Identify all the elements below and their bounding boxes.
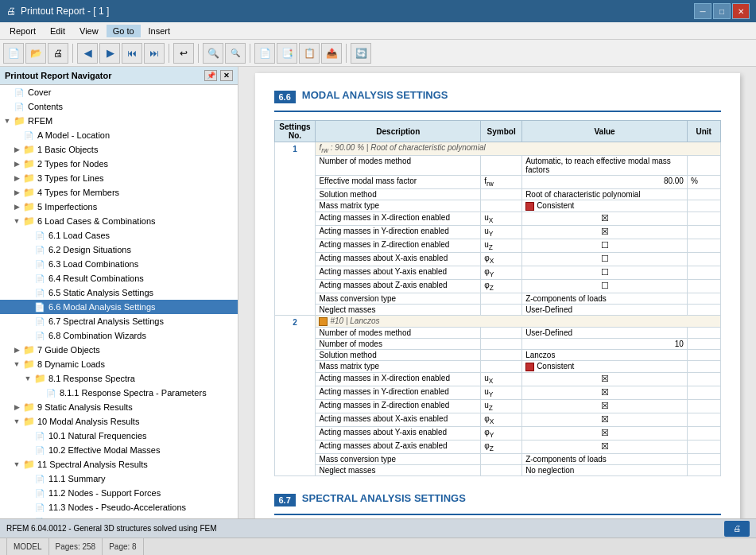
- sidebar-item-effective-modal[interactable]: 📄 10.2 Effective Modal Masses: [0, 443, 238, 457]
- toggle-load-cases: [22, 230, 33, 241]
- toolbar-sep-2: [169, 44, 169, 63]
- sidebar-item-modal-settings[interactable]: 📄 6.6 Modal Analysis Settings: [0, 300, 238, 314]
- zoom-out-button[interactable]: 🔍: [225, 43, 246, 64]
- row-desc: Neglect masses: [316, 464, 481, 475]
- sidebar-pin-button[interactable]: 📌: [204, 70, 217, 81]
- doc-icon-natural-freqs: 📄: [33, 429, 46, 442]
- minimize-button[interactable]: ─: [694, 3, 711, 19]
- toggle-cover: [2, 87, 13, 98]
- table-row: Solution method Lanczos: [274, 349, 720, 360]
- print-button[interactable]: 🖨: [48, 43, 68, 64]
- row-value: Z-components of loads: [522, 293, 688, 304]
- row-symbol: [481, 156, 522, 176]
- sidebar: Printout Report Navigator 📌 ✕ 📄 Cover 📄 …: [0, 67, 238, 518]
- next-button[interactable]: ▶: [99, 43, 120, 64]
- back-button[interactable]: ↩: [173, 43, 194, 64]
- section-66-num: 6.6: [274, 91, 296, 103]
- menu-goto[interactable]: Go to: [107, 25, 141, 37]
- sidebar-item-load-cases[interactable]: 📄 6.1 Load Cases: [0, 228, 238, 243]
- main-area: Printout Report Navigator 📌 ✕ 📄 Cover 📄 …: [0, 67, 756, 518]
- table-row: Mass conversion type Z-components of loa…: [274, 453, 720, 464]
- maximize-button[interactable]: □: [713, 3, 731, 19]
- toggle-types-lines: ▶: [11, 173, 22, 184]
- page-label: Page: 8: [109, 542, 136, 551]
- open-button[interactable]: 📂: [25, 43, 46, 64]
- sidebar-item-static-settings[interactable]: 📄 6.5 Static Analysis Settings: [0, 285, 238, 300]
- row-symbol: φX: [481, 413, 522, 426]
- folder-icon-response-spectra: 📁: [33, 372, 46, 385]
- sidebar-item-model-location[interactable]: 📄 A Model - Location: [0, 128, 238, 142]
- menu-report[interactable]: Report: [3, 25, 42, 37]
- close-button[interactable]: ✕: [732, 3, 750, 19]
- doc-icon-cover: 📄: [13, 86, 25, 99]
- table-row: Acting masses about Z-axis enabled φZ ☒: [274, 440, 720, 453]
- first-button[interactable]: ⏮: [122, 43, 142, 64]
- sidebar-item-spectral-results[interactable]: ▼ 📁 11 Spectral Analysis Results: [0, 457, 238, 472]
- sidebar-item-lines-support[interactable]: 📄 11.4 Lines - Support Forces: [0, 514, 238, 518]
- last-button[interactable]: ⏭: [144, 43, 165, 64]
- table-row: 2 #10 | Lanczos: [274, 315, 720, 327]
- menu-edit[interactable]: Edit: [44, 25, 72, 37]
- sidebar-item-response-spectra-params[interactable]: 📄 8.1.1 Response Spectra - Parameters: [0, 386, 238, 400]
- sidebar-item-dynamic-loads[interactable]: ▼ 📁 8 Dynamic Loads: [0, 357, 238, 371]
- doc-icon-nodes-support: 📄: [33, 487, 46, 499]
- table-row: Mass matrix type Consistent: [274, 200, 720, 212]
- export3-button[interactable]: 📋: [299, 43, 320, 64]
- sidebar-item-types-members[interactable]: ▶ 📁 4 Types for Members: [0, 185, 238, 200]
- sidebar-close-button[interactable]: ✕: [220, 70, 233, 81]
- sidebar-item-load-cases-comb[interactable]: ▼ 📁 6 Load Cases & Combinations: [0, 214, 238, 228]
- toolbar: 📄 📂 🖨 ◀ ▶ ⏮ ⏭ ↩ 🔍 🔍 📄 📑 📋 📤 🔄: [0, 40, 756, 67]
- export4-button[interactable]: 📤: [321, 43, 342, 64]
- toggle-imperfections: ▶: [11, 201, 22, 212]
- toggle-types-members: ▶: [11, 187, 22, 198]
- doc-icon-contents: 📄: [13, 100, 25, 113]
- sidebar-item-contents[interactable]: 📄 Contents: [0, 99, 238, 114]
- sidebar-item-spectral-settings[interactable]: 📄 6.7 Spectral Analysis Settings: [0, 314, 238, 328]
- sidebar-item-cover[interactable]: 📄 Cover: [0, 85, 238, 99]
- sidebar-item-nodes-pseudo[interactable]: 📄 11.3 Nodes - Pseudo-Accelerations: [0, 500, 238, 514]
- row-symbol: [481, 304, 522, 315]
- folder-icon-spectral-results: 📁: [22, 458, 35, 471]
- new-button[interactable]: 📄: [3, 43, 24, 64]
- sidebar-item-result-combinations[interactable]: 📄 6.4 Result Combinations: [0, 271, 238, 285]
- sidebar-item-combination-wizards[interactable]: 📄 6.8 Combination Wizards: [0, 328, 238, 343]
- doc-icon-spectral-settings: 📄: [33, 315, 46, 328]
- row-value: ☒: [522, 212, 688, 225]
- zoom-in-button[interactable]: 🔍: [203, 43, 223, 64]
- menu-view[interactable]: View: [73, 25, 105, 37]
- sidebar-item-summary[interactable]: 📄 11.1 Summary: [0, 472, 238, 486]
- sidebar-item-response-spectra[interactable]: ▼ 📁 8.1 Response Spectra: [0, 371, 238, 386]
- doc-icon-rs-params: 📄: [45, 386, 57, 399]
- sidebar-item-modal-results[interactable]: ▼ 📁 10 Modal Analysis Results: [0, 414, 238, 429]
- sidebar-item-basic-objects[interactable]: ▶ 📁 1 Basic Objects: [0, 142, 238, 157]
- sidebar-item-rfem[interactable]: ▼ 📁 RFEM: [0, 114, 238, 128]
- row-value: ☐: [522, 239, 688, 252]
- row-desc: Acting masses about Z-axis enabled: [316, 440, 481, 453]
- sidebar-item-types-lines[interactable]: ▶ 📁 3 Types for Lines: [0, 171, 238, 185]
- doc-icon-model-location: 📄: [22, 129, 35, 142]
- sidebar-item-load-combinations[interactable]: 📄 6.3 Load Combinations: [0, 257, 238, 271]
- export-button[interactable]: 📄: [254, 43, 275, 64]
- refresh-button[interactable]: 🔄: [351, 43, 371, 64]
- row-desc: Solution method: [316, 349, 481, 360]
- export2-button[interactable]: 📑: [277, 43, 297, 64]
- row-symbol: [481, 293, 522, 304]
- row-desc: Number of modes method: [316, 156, 481, 176]
- sidebar-item-imperfections[interactable]: ▶ 📁 5 Imperfections: [0, 200, 238, 214]
- sidebar-item-natural-freqs[interactable]: 📄 10.1 Natural Frequencies: [0, 429, 238, 443]
- toggle-modal-settings: [22, 301, 33, 312]
- sidebar-item-guide-objects[interactable]: ▶ 📁 7 Guide Objects: [0, 343, 238, 357]
- sidebar-item-design-situations[interactable]: 📄 6.2 Design Situations: [0, 243, 238, 257]
- row-desc: Neglect masses: [316, 304, 481, 315]
- row-desc: Acting masses in Z-direction enabled: [316, 239, 481, 252]
- menu-insert[interactable]: Insert: [142, 25, 177, 37]
- sidebar-item-nodes-support[interactable]: 📄 11.2 Nodes - Support Forces: [0, 486, 238, 500]
- sidebar-item-types-nodes[interactable]: ▶ 📁 2 Types for Nodes: [0, 157, 238, 171]
- folder-icon-dynamic-loads: 📁: [22, 358, 35, 371]
- row-symbol: [481, 338, 522, 349]
- content-area[interactable]: 6.6 MODAL ANALYSIS SETTINGS Settings No.…: [238, 67, 756, 518]
- row-unit: [687, 413, 720, 426]
- prev-button[interactable]: ◀: [77, 43, 98, 64]
- row-value: User-Defined: [522, 304, 688, 315]
- sidebar-item-static-results[interactable]: ▶ 📁 9 Static Analysis Results: [0, 400, 238, 414]
